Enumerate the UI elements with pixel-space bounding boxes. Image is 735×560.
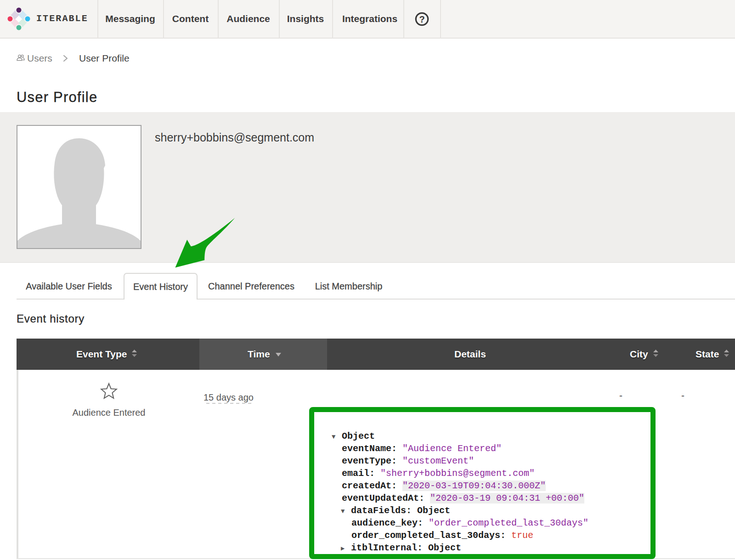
svg-text:?: ? xyxy=(419,14,424,24)
